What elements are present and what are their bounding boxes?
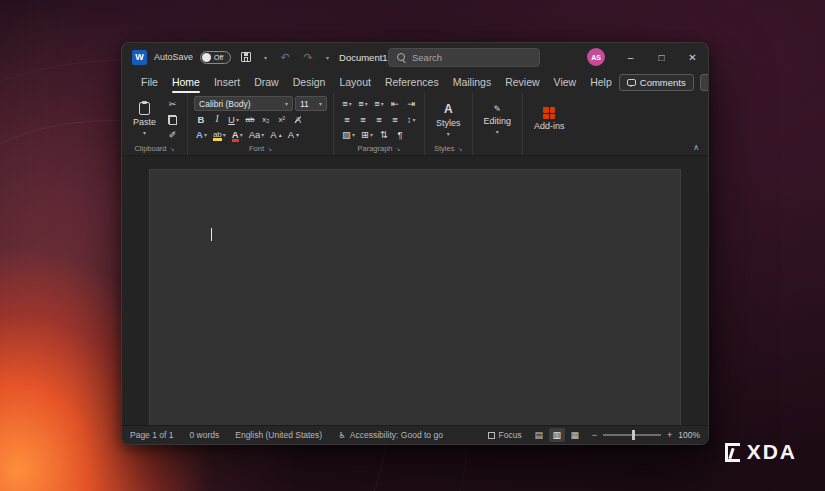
shrink-font-button[interactable]: A ▾ <box>286 128 301 142</box>
accessibility-status[interactable]: ♿ Accessibility: Good to go <box>338 430 443 440</box>
customize-quick-access-button[interactable]: ▾ <box>323 47 332 67</box>
dialog-launcher-icon[interactable]: ↘ <box>170 145 175 152</box>
redo-icon: ↷ <box>303 51 312 64</box>
subscript-button[interactable]: x₂ <box>259 112 273 126</box>
font-size-combobox[interactable]: 11 ▾ <box>295 96 327 111</box>
focus-mode-button[interactable]: Focus <box>488 430 522 440</box>
search-box[interactable] <box>388 48 540 67</box>
dialog-launcher-icon[interactable]: ↘ <box>457 145 462 152</box>
change-case-button[interactable]: Aa ▾ <box>247 128 267 142</box>
justify-button[interactable]: ≡ <box>388 112 402 126</box>
tab-help[interactable]: Help <box>583 71 619 93</box>
text-effects-icon: A <box>196 129 203 140</box>
strikethrough-button[interactable]: ab <box>243 112 257 126</box>
language-status[interactable]: English (United States) <box>235 430 322 440</box>
tab-view[interactable]: View <box>547 71 584 93</box>
font-name-value: Calibri (Body) <box>199 99 251 109</box>
tab-layout[interactable]: Layout <box>332 71 378 93</box>
editing-label: Editing <box>484 116 512 126</box>
align-right-button[interactable]: ≡ <box>372 112 386 126</box>
font-color-button[interactable]: A ▾ <box>230 128 245 142</box>
comments-button[interactable]: Comments <box>619 74 694 91</box>
underline-button[interactable]: U ▾ <box>226 112 241 126</box>
undo-button[interactable]: ↶ <box>277 47 293 67</box>
word-count-status[interactable]: 0 words <box>189 430 219 440</box>
redo-button[interactable]: ↷ <box>300 47 316 67</box>
numbering-button[interactable]: ≡ ▾ <box>356 96 370 110</box>
autosave-toggle[interactable]: Off <box>200 51 231 64</box>
collapse-ribbon-button[interactable]: ∧ <box>693 143 699 152</box>
increase-indent-button[interactable]: ⇥ <box>404 96 418 110</box>
tab-home[interactable]: Home <box>165 71 207 93</box>
save-button[interactable] <box>238 47 254 67</box>
word-window: W AutoSave Off ▾ ↶ ↷ ▾ Document1 -... AS <box>121 42 709 445</box>
align-center-button[interactable]: ≡ <box>356 112 370 126</box>
zoom-level[interactable]: 100% <box>678 430 700 440</box>
clipboard-small-buttons: ✂ ✐ <box>164 96 181 142</box>
align-left-button[interactable]: ≡ <box>340 112 354 126</box>
font-group: Calibri (Body) ▾ 11 ▾ B I <box>188 93 334 155</box>
chevron-down-icon: ▾ <box>365 100 368 107</box>
zoom-slider[interactable] <box>603 434 661 436</box>
styles-button[interactable]: A Styles ▾ <box>431 96 466 142</box>
print-layout-button[interactable]: ▥ <box>549 428 565 442</box>
show-hide-formatting-button[interactable]: ¶ <box>393 128 407 142</box>
tab-insert[interactable]: Insert <box>207 71 247 93</box>
print-layout-icon: ▥ <box>552 430 561 440</box>
tabs-right-actions: Comments ✎ Editing ▾ ↗ ▾ <box>619 74 709 91</box>
web-layout-button[interactable]: ▦ <box>567 428 583 442</box>
tab-mailings[interactable]: Mailings <box>446 71 499 93</box>
copy-button[interactable] <box>164 113 181 127</box>
tab-draw[interactable]: Draw <box>247 71 286 93</box>
close-button[interactable]: ✕ <box>677 43 708 71</box>
italic-button[interactable]: I <box>210 112 224 126</box>
format-painter-button[interactable]: ✐ <box>164 128 181 142</box>
styles-label-text: Styles <box>434 144 454 153</box>
dialog-launcher-icon[interactable]: ↘ <box>396 145 401 152</box>
tab-design[interactable]: Design <box>286 71 333 93</box>
titlebar: W AutoSave Off ▾ ↶ ↷ ▾ Document1 -... AS <box>122 43 708 71</box>
clear-formatting-button[interactable]: A <box>291 112 305 126</box>
decrease-indent-button[interactable]: ⇤ <box>388 96 402 110</box>
tab-file[interactable]: File <box>134 71 165 93</box>
word-app-icon[interactable]: W <box>132 50 147 65</box>
cut-button[interactable]: ✂ <box>164 97 181 111</box>
save-options-chevron[interactable]: ▾ <box>261 47 270 67</box>
document-page[interactable] <box>149 169 681 425</box>
multilevel-list-button[interactable]: ≡ ▾ <box>372 96 386 110</box>
editing-button[interactable]: ✎ Editing ▾ <box>479 96 517 142</box>
sort-button[interactable]: ⇅ <box>377 128 391 142</box>
zoom-in-button[interactable]: + <box>667 430 672 440</box>
avatar[interactable]: AS <box>587 48 605 66</box>
zoom-out-button[interactable]: − <box>592 430 597 440</box>
addins-button[interactable]: Add-ins <box>529 96 570 142</box>
highlight-color-button[interactable]: ab ▾ <box>211 128 228 142</box>
line-spacing-button[interactable]: ↕ ▾ <box>404 112 418 126</box>
xda-watermark: XDA <box>725 440 797 464</box>
editing-mode-button[interactable]: ✎ Editing ▾ <box>700 74 709 91</box>
bullets-button[interactable]: ≡ ▾ <box>340 96 354 110</box>
grow-font-button[interactable]: A ▴ <box>268 128 283 142</box>
maximize-icon: □ <box>658 52 664 63</box>
text-effects-button[interactable]: A ▾ <box>194 128 209 142</box>
tab-references[interactable]: References <box>378 71 446 93</box>
align-left-icon: ≡ <box>344 114 350 125</box>
borders-button[interactable]: ⊞ ▾ <box>359 128 375 142</box>
minimize-button[interactable]: – <box>615 43 646 71</box>
maximize-button[interactable]: □ <box>646 43 677 71</box>
tab-review[interactable]: Review <box>498 71 546 93</box>
shading-button[interactable]: ▨ ▾ <box>340 128 357 142</box>
page-count-status[interactable]: Page 1 of 1 <box>130 430 173 440</box>
font-name-combobox[interactable]: Calibri (Body) ▾ <box>194 96 293 111</box>
bold-button[interactable]: B <box>194 112 208 126</box>
strikethrough-icon: ab <box>245 115 254 124</box>
zoom-slider-thumb[interactable] <box>632 430 635 440</box>
view-switcher: ▤ ▥ ▦ <box>531 428 583 442</box>
search-input[interactable] <box>412 52 512 63</box>
paste-button[interactable]: Paste ▾ <box>128 96 161 142</box>
read-mode-button[interactable]: ▤ <box>531 428 547 442</box>
font-label-text: Font <box>249 144 264 153</box>
pencil-icon: ✎ <box>494 104 502 114</box>
dialog-launcher-icon[interactable]: ↘ <box>267 145 272 152</box>
superscript-button[interactable]: x² <box>275 112 289 126</box>
